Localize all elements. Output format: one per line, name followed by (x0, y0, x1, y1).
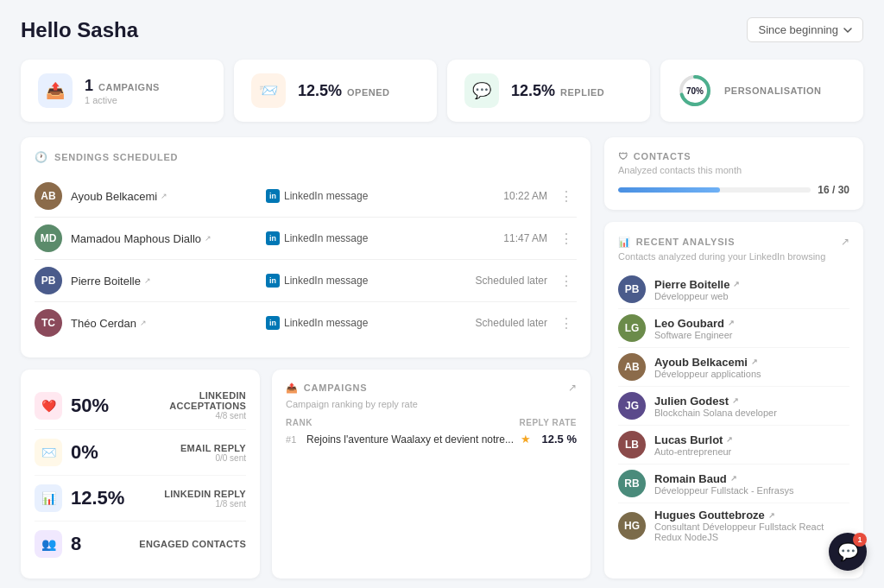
sendings-card: 🕐 SENDINGS SCHEDULED AB Ayoub Belkacemi … (21, 137, 590, 357)
person-link-icon[interactable]: ↗ (751, 357, 758, 366)
contact-name: Pierre Boitelle ↗ (71, 275, 257, 288)
linkedin-icon: in (266, 316, 280, 330)
person-link-icon[interactable]: ↗ (726, 435, 733, 444)
metric-sub: 0/0 sent (180, 453, 246, 463)
message-type: in LinkedIn message (266, 316, 452, 330)
person-link-icon[interactable]: ↗ (768, 511, 775, 520)
star-icon: ★ (521, 433, 531, 446)
campaign-rank: #1 (286, 434, 300, 445)
metric-icon: ✉️ (35, 439, 62, 466)
since-dropdown[interactable]: Since beginning (747, 17, 863, 42)
page-title: Hello Sasha (21, 18, 138, 42)
contacts-progress: 16 / 30 (618, 184, 849, 196)
person-info: Hugues Gouttebroze ↗ Consultant Développ… (654, 509, 849, 542)
send-time: 10:22 AM (461, 190, 547, 202)
sending-row: PB Pierre Boitelle ↗ in LinkedIn message… (35, 260, 577, 302)
avatar: TC (35, 309, 62, 337)
metric-icon: 📊 (35, 484, 62, 512)
metrics-card: ❤️ 50% LINKEDIN ACCEPTATIONS 4/8 sent ✉️… (21, 370, 260, 579)
metric-sub: 4/8 sent (123, 411, 246, 420)
analysis-person: RB Romain Baud ↗ Développeur Fullstack -… (618, 465, 849, 503)
campaigns-widget-title: 📤 CAMPAIGNS (286, 383, 367, 394)
person-info: Pierre Boitelle ↗ Développeur web (654, 278, 740, 301)
row-menu-button[interactable]: ⋮ (556, 315, 577, 332)
sendings-list: AB Ayoub Belkacemi ↗ in LinkedIn message… (35, 175, 577, 344)
external-link-icon[interactable]: ↗ (140, 319, 147, 327)
contact-name: Théo Cerdan ↗ (71, 317, 257, 330)
campaigns-sub: 1 active (85, 95, 160, 105)
contacts-count: 16 / 30 (818, 184, 849, 196)
person-name[interactable]: Leo Goubard ↗ (654, 317, 735, 330)
person-name[interactable]: Hugues Gouttebroze ↗ (654, 509, 849, 522)
personalisation-circle: 70% (678, 73, 712, 108)
campaigns-icon: 📤 (38, 73, 73, 108)
person-info: Julien Godest ↗ Blockchain Solana develo… (654, 395, 777, 418)
contacts-card: 🛡 CONTACTS Analyzed contacts this month … (604, 137, 863, 210)
analysis-person: JG Julien Godest ↗ Blockchain Solana dev… (618, 387, 849, 426)
opened-label: OPENED (347, 87, 389, 98)
person-info: Ayoub Belkacemi ↗ Développeur applicatio… (654, 356, 761, 379)
person-name[interactable]: Ayoub Belkacemi ↗ (654, 356, 761, 369)
analysis-person: HG Hugues Gouttebroze ↗ Consultant Dével… (618, 503, 849, 547)
replied-label: REPLIED (560, 87, 604, 98)
person-link-icon[interactable]: ↗ (730, 474, 737, 483)
metric-value: 12.5% (71, 487, 124, 509)
metric-sub: 1/8 sent (164, 499, 246, 509)
campaigns-card: 📤 CAMPAIGNS ↗ Campaign ranking by reply … (272, 370, 590, 579)
chat-button[interactable]: 💬 1 (829, 533, 867, 571)
row-menu-button[interactable]: ⋮ (556, 231, 577, 247)
person-name[interactable]: Pierre Boitelle ↗ (654, 278, 740, 291)
person-name[interactable]: Romain Baud ↗ (654, 472, 793, 485)
person-role: Consultant Développeur Fullstack React R… (654, 522, 849, 542)
external-link-icon[interactable]: ↗ (144, 276, 151, 285)
bar-chart-icon: 📊 (618, 237, 631, 248)
avatar: MD (35, 224, 62, 252)
person-name[interactable]: Julien Godest ↗ (654, 395, 777, 408)
message-type: in LinkedIn message (266, 231, 452, 245)
metric-value: 8 (71, 533, 123, 555)
metric-label: ENGAGED CONTACTS (139, 539, 246, 549)
metric-label: LINKEDIN REPLY (164, 489, 246, 499)
stats-bar: 📤 1 CAMPAIGNS 1 active 📨 12.5% OPENED 💬 (21, 60, 863, 122)
contacts-sub: Analyzed contacts this month (618, 165, 849, 175)
sending-row: AB Ayoub Belkacemi ↗ in LinkedIn message… (35, 175, 577, 218)
metric-value: 0% (71, 441, 123, 464)
avatar: JG (618, 392, 646, 420)
campaigns-list: #1 Rejoins l'aventure Waalaxy et devient… (286, 433, 577, 446)
avatar: LB (618, 431, 646, 458)
campaign-name[interactable]: Rejoins l'aventure Waalaxy et devient no… (306, 433, 514, 446)
metric-icon: ❤️ (35, 392, 62, 420)
contact-name: Mamadou Maphous Diallo ↗ (71, 232, 257, 245)
campaigns-value: 1 (85, 77, 93, 95)
sending-row: MD Mamadou Maphous Diallo ↗ in LinkedIn … (35, 218, 577, 260)
rank-col-header: RANK (286, 418, 313, 427)
person-role: Développeur Fullstack - Enfrasys (654, 485, 793, 496)
campaigns-external-link[interactable]: ↗ (568, 382, 577, 394)
replied-value: 12.5% (511, 82, 555, 100)
person-role: Auto-entrepreneur (654, 446, 733, 457)
stat-replied[interactable]: 💬 12.5% REPLIED (447, 60, 650, 122)
stats-bottom: ❤️ 50% LINKEDIN ACCEPTATIONS 4/8 sent ✉️… (21, 370, 590, 579)
row-menu-button[interactable]: ⋮ (556, 273, 577, 289)
person-role: Développeur web (654, 291, 740, 301)
person-link-icon[interactable]: ↗ (733, 280, 740, 288)
since-label: Since beginning (758, 23, 838, 36)
person-link-icon[interactable]: ↗ (728, 319, 735, 327)
stat-campaigns[interactable]: 📤 1 CAMPAIGNS 1 active (21, 60, 224, 122)
metric-row: ❤️ 50% LINKEDIN ACCEPTATIONS 4/8 sent (35, 382, 246, 430)
avatar: PB (618, 275, 646, 303)
clock-icon: 🕐 (35, 151, 47, 163)
row-menu-button[interactable]: ⋮ (556, 188, 577, 205)
analysis-person: PB Pierre Boitelle ↗ Développeur web (618, 270, 849, 309)
sending-row: TC Théo Cerdan ↗ in LinkedIn message Sch… (35, 302, 577, 344)
stat-personalisation[interactable]: 70% PERSONALISATION (660, 60, 863, 122)
person-name[interactable]: Lucas Burlot ↗ (654, 433, 733, 446)
person-role: Blockchain Solana developer (654, 408, 777, 418)
analysis-sub: Contacts analyzed during your LinkedIn b… (618, 251, 849, 262)
stat-opened[interactable]: 📨 12.5% OPENED (234, 60, 437, 122)
analysis-external-link[interactable]: ↗ (841, 236, 849, 248)
external-link-icon[interactable]: ↗ (205, 234, 212, 243)
external-link-icon[interactable]: ↗ (161, 192, 167, 200)
contact-name: Ayoub Belkacemi ↗ (71, 190, 257, 203)
person-link-icon[interactable]: ↗ (732, 396, 739, 405)
